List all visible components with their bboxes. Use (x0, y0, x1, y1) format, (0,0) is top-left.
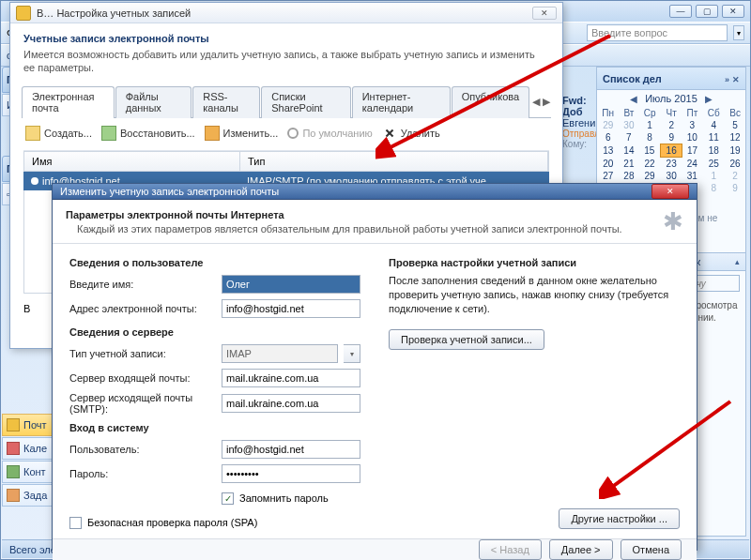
cancel-button[interactable]: Отмена (621, 539, 682, 560)
outgoing-server-input[interactable]: mail.ukraine.com.ua (222, 394, 360, 413)
calendar-day[interactable]: 1 (638, 119, 661, 131)
calendar-day[interactable]: 24 (682, 158, 702, 171)
change-account-button[interactable]: Изменить... (205, 126, 279, 141)
user-info-section-header: Сведения о пользователе (69, 257, 360, 268)
repair-account-button[interactable]: Восстановить... (101, 126, 195, 141)
change-account-close-button[interactable]: ✕ (651, 184, 689, 199)
remember-password-checkbox[interactable]: ✓ Запомнить пароль (222, 492, 329, 505)
form-right-column: Проверка настройки учетной записи После … (389, 253, 680, 533)
calendar-day[interactable]: 5 (725, 119, 745, 131)
calendar-day[interactable]: 13 (597, 144, 619, 158)
nav-calendar-button[interactable]: Кале (2, 437, 58, 460)
next-month-icon[interactable]: ▶ (705, 94, 713, 104)
password-input[interactable]: ••••••••• (222, 464, 360, 483)
nav-tasks-button[interactable]: Зада (2, 484, 58, 507)
calendar-day[interactable]: 30 (619, 119, 638, 131)
calendar-day[interactable]: 17 (682, 144, 702, 158)
account-settings-description: Имеется возможность добавить или удалить… (23, 48, 549, 75)
tab-1[interactable]: Файлы данных (115, 86, 192, 118)
todo-close-icon[interactable]: ✕ (732, 75, 740, 84)
calendar-day[interactable]: 22 (638, 158, 661, 171)
close-button[interactable]: ✕ (722, 5, 744, 18)
calendar-day[interactable]: 29 (638, 170, 661, 182)
tab-0[interactable]: Электронная почта (22, 86, 115, 118)
calendar-day[interactable]: 31 (682, 170, 702, 182)
calendar-day[interactable]: 15 (638, 144, 661, 158)
your-name-input[interactable]: Олег (222, 275, 360, 294)
new-account-button[interactable]: Создать... (25, 126, 92, 141)
nav-mail-label: Почт (23, 419, 47, 431)
nav-mail-button[interactable]: Почт (2, 414, 58, 436)
calendar-day[interactable]: 12 (725, 131, 745, 144)
tab-3[interactable]: Списки SharePoint (261, 86, 350, 118)
delete-account-button[interactable]: Удалить (382, 126, 440, 141)
change-account-header: Параметры электронной почты Интернета Ка… (53, 200, 697, 244)
column-type-header[interactable]: Тип (240, 152, 548, 171)
calendar-day[interactable]: 20 (597, 158, 619, 171)
spa-checkbox[interactable]: Безопасная проверка пароля (SPA) (69, 517, 257, 529)
spa-label: Безопасная проверка пароля (SPA) (87, 517, 257, 528)
calendar-day[interactable]: 19 (725, 144, 745, 158)
calendar-day[interactable]: 4 (702, 119, 725, 131)
calendar-day[interactable]: 14 (619, 144, 638, 158)
calendar-day[interactable]: 30 (661, 170, 682, 182)
calendar-day[interactable]: 16 (661, 144, 682, 158)
next-button[interactable]: Далее > (549, 539, 613, 560)
account-type-dropdown-icon: ▾ (344, 344, 360, 363)
help-search-box[interactable]: Введите вопрос (587, 24, 728, 41)
account-type-label: Тип учетной записи: (69, 348, 216, 359)
maximize-button[interactable]: ▢ (696, 5, 718, 18)
set-default-button[interactable]: По умолчанию (287, 128, 372, 139)
account-settings-close-button[interactable]: ✕ (532, 7, 557, 20)
incoming-server-label: Сервер входящей почты: (69, 372, 216, 384)
tab-4[interactable]: Интернет-календари (352, 86, 451, 118)
calendar-day[interactable]: 26 (725, 158, 745, 171)
calendar-day[interactable]: 11 (702, 131, 725, 144)
calendar-day[interactable]: 9 (725, 182, 745, 194)
calendar-day[interactable]: 29 (597, 119, 619, 131)
minimize-button[interactable]: — (669, 5, 692, 18)
email-address-input[interactable]: info@hostgid.net (222, 299, 360, 318)
tab-5[interactable]: Опубликова (452, 86, 529, 118)
calendar-day[interactable]: 6 (597, 131, 619, 144)
username-label: Пользователь: (69, 444, 216, 455)
username-input[interactable]: info@hostgid.net (222, 440, 360, 459)
incoming-server-input[interactable]: mail.ukraine.com.ua (222, 369, 360, 387)
calendar-day[interactable]: 3 (682, 119, 702, 131)
calendar-day[interactable]: 18 (702, 144, 725, 158)
calendar-month-header: ◀ Июль 2015 ▶ (597, 90, 745, 107)
calendar-day[interactable]: 2 (661, 119, 682, 131)
tab-scroll-left[interactable]: ◀ (530, 86, 541, 117)
calendar-day[interactable]: 8 (638, 131, 661, 144)
calendar-day[interactable]: 7 (619, 131, 638, 144)
calendar-day[interactable]: 27 (597, 170, 619, 182)
test-account-button[interactable]: Проверка учетной записи... (389, 329, 544, 350)
new-icon (25, 126, 40, 141)
date-navigator[interactable]: ПнВтСрЧтПтСбВс 2930123456789101112131415… (597, 107, 745, 194)
calendar-day[interactable]: 28 (619, 170, 638, 182)
calendar-day[interactable]: 9 (661, 131, 682, 144)
default-account-icon (31, 177, 38, 185)
change-account-footer: < Назад Далее > Отмена (53, 538, 697, 560)
nav-contacts-button[interactable]: Конт (2, 461, 58, 483)
todo-bar-title: Список дел (603, 73, 662, 84)
todo-collapse-icon[interactable]: » (725, 75, 729, 84)
contacts-icon (7, 465, 20, 478)
tab-2[interactable]: RSS-каналы (192, 86, 260, 118)
column-name-header[interactable]: Имя (24, 152, 240, 171)
calendar-day[interactable]: 2 (725, 170, 745, 182)
calendar-day[interactable]: 23 (661, 158, 682, 171)
back-button[interactable]: < Назад (479, 539, 542, 560)
prev-month-icon[interactable]: ◀ (630, 94, 637, 104)
more-settings-button[interactable]: Другие настройки ... (559, 508, 680, 529)
calendar-day[interactable]: 1 (702, 170, 725, 182)
wizard-cursor-icon: ✱ (663, 209, 683, 234)
calendar-day[interactable]: 21 (619, 158, 638, 171)
calendar-day[interactable]: 8 (702, 182, 725, 194)
help-search-dropdown[interactable]: ▾ (733, 25, 744, 40)
calendar-day[interactable]: 25 (702, 158, 725, 171)
calendar-day[interactable]: 10 (682, 131, 702, 144)
tab-scroll-right[interactable]: ▶ (541, 86, 551, 117)
message-sent-label: Отправлен (562, 129, 594, 139)
account-settings-titlebar: В… Настройка учетных записей ✕ (10, 3, 562, 23)
